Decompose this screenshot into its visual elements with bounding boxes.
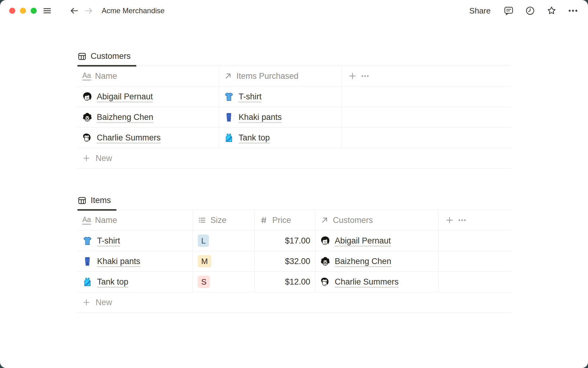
empty-cell [341,128,511,148]
cell-items-purchased[interactable]: T-shirt [219,86,341,107]
cell-size[interactable]: L [193,231,255,251]
cell-price[interactable]: $12.00 [255,272,315,292]
relation-arrow-icon [320,216,329,224]
clock-history-icon [525,6,535,16]
header-extra-cell [341,66,511,86]
customer-link[interactable]: Charlie Summers [335,277,399,287]
size-tag[interactable]: M [198,255,211,267]
cell-item-name[interactable]: Khaki pants [77,251,193,271]
hamburger-menu-icon [42,6,52,16]
cell-customer-name[interactable]: Charlie Summers [77,128,219,148]
ellipsis-more-icon [568,6,578,16]
item-name-link[interactable]: Tank top [97,277,128,287]
table-options-button[interactable] [361,72,369,80]
table-row: Baizheng Chen Khaki pants [77,107,511,128]
minimize-window-button[interactable] [20,8,26,14]
avatar [320,256,330,266]
back-arrow-icon [69,6,79,16]
avatar [320,236,330,246]
items-view-tabs: Items [77,196,511,210]
cell-size[interactable]: S [193,272,255,292]
avatar [82,133,92,143]
view-tab-label: Customers [91,52,131,61]
item-link[interactable]: T-shirt [239,92,262,102]
plus-icon [82,298,90,306]
table-row: Tank top S $12.00 Charlie Summers [77,272,511,292]
cell-price[interactable]: $32.00 [255,251,315,271]
column-label: Name [95,216,117,225]
more-options-button[interactable] [568,6,578,16]
header-extra-cell [439,210,511,230]
cell-items-purchased[interactable]: Tank top [219,128,341,148]
customer-name-link[interactable]: Charlie Summers [97,133,161,143]
new-row-button[interactable]: New [77,292,511,313]
jeans-icon [224,112,234,122]
size-tag[interactable]: L [198,235,209,247]
items-database: Items Aa Name Size Price Custo [77,196,511,313]
column-header-price[interactable]: Price [255,210,315,230]
item-name-link[interactable]: T-shirt [97,236,120,246]
add-property-button[interactable] [445,216,454,224]
navigate-back-button[interactable] [69,6,79,16]
cell-customer-name[interactable]: Baizheng Chen [77,107,219,127]
relation-arrow-icon [224,72,232,80]
item-link[interactable]: Khaki pants [239,113,282,122]
size-tag[interactable]: S [198,276,210,288]
customer-link[interactable]: Abigail Pernaut [335,236,391,246]
customer-link[interactable]: Baizheng Chen [335,257,391,266]
table-view-icon [77,52,87,61]
text-Aa-icon: Aa [82,216,91,224]
items-table-header: Aa Name Size Price Customers [77,210,511,231]
cell-price[interactable]: $17.00 [255,231,315,251]
traffic-lights [9,8,37,14]
close-window-button[interactable] [9,8,15,14]
plus-icon [82,154,90,162]
share-button[interactable]: Share [468,6,492,16]
cell-items-purchased[interactable]: Khaki pants [219,107,341,127]
table-row: Charlie Summers Tank top [77,128,511,148]
item-link[interactable]: Tank top [239,133,270,143]
item-name-link[interactable]: Khaki pants [97,257,140,266]
cell-item-name[interactable]: T-shirt [77,231,193,251]
tank-top-icon [224,133,234,143]
cell-customer[interactable]: Baizheng Chen [315,251,439,271]
add-property-button[interactable] [348,72,357,80]
avatar [82,112,92,122]
new-row-button[interactable]: New [77,148,511,169]
empty-cell [341,107,511,127]
sidebar-menu-button[interactable] [42,6,52,16]
column-header-name[interactable]: Aa Name [77,210,193,230]
favorite-button[interactable] [546,6,557,16]
column-label: Items Purchased [236,71,299,81]
tab-customers-table-view[interactable]: Customers [77,52,136,67]
cell-customer[interactable]: Abigail Pernaut [315,231,439,251]
avatar [320,277,330,287]
cell-customer-name[interactable]: Abigail Pernaut [77,86,219,107]
zoom-window-button[interactable] [31,8,37,14]
customer-name-link[interactable]: Abigail Pernaut [97,92,153,102]
column-header-size[interactable]: Size [193,210,255,230]
number-hash-icon [260,216,268,224]
cell-customer[interactable]: Charlie Summers [315,272,439,292]
column-header-customers[interactable]: Customers [315,210,439,230]
column-label: Customers [333,216,373,225]
column-label: Name [95,71,117,81]
cell-item-name[interactable]: Tank top [77,272,193,292]
jeans-icon [82,256,92,266]
table-options-button[interactable] [458,216,466,224]
page-title: Acme Merchandise [102,6,164,15]
tshirt-icon [224,92,234,102]
navigate-forward-button[interactable] [84,6,94,16]
customers-database: Customers Aa Name Items Purchased [77,52,511,169]
column-header-name[interactable]: Aa Name [77,66,219,86]
updates-history-button[interactable] [525,6,535,16]
table-row: T-shirt L $17.00 Abigail Pernaut [77,231,511,251]
avatar [82,92,92,102]
column-header-items-purchased[interactable]: Items Purchased [219,66,341,86]
star-favorite-icon [546,6,557,16]
customer-name-link[interactable]: Baizheng Chen [97,113,153,122]
tab-items-table-view[interactable]: Items [77,196,116,211]
comments-button[interactable] [503,6,514,16]
table-row: Khaki pants M $32.00 Baizheng Chen [77,251,511,272]
cell-size[interactable]: M [193,251,255,271]
